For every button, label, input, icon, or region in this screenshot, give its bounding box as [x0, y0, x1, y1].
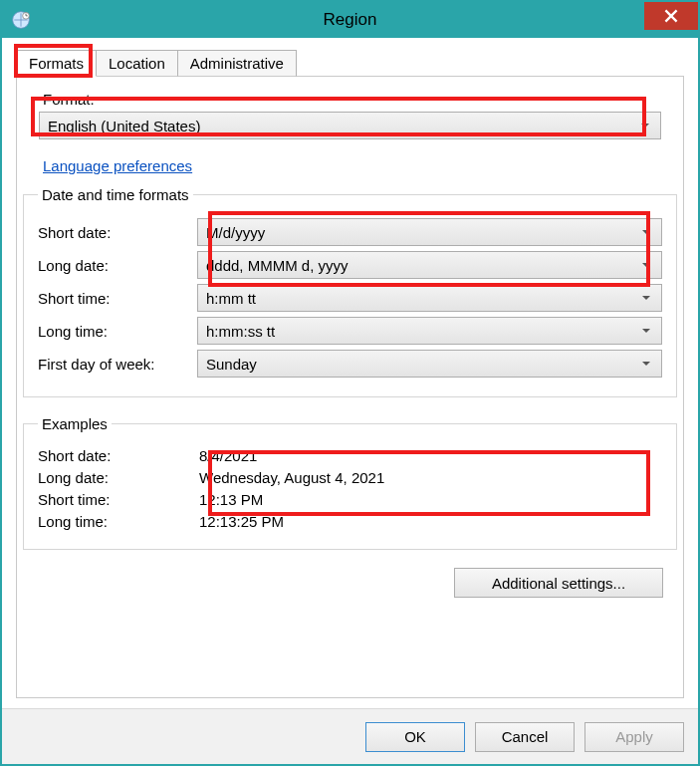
ex-long-time-value: 12:13:25 PM [197, 513, 662, 530]
long-date-value: dddd, MMMM d, yyyy [206, 257, 639, 274]
apply-button[interactable]: Apply [584, 722, 684, 752]
tabstrip: Formats Location Administrative [2, 38, 698, 77]
long-time-label: Long time: [38, 323, 197, 340]
tab-administrative[interactable]: Administrative [177, 50, 297, 77]
tab-location[interactable]: Location [96, 50, 178, 77]
short-date-value: M/d/yyyy [206, 224, 639, 241]
ex-long-date-label: Long date: [38, 469, 197, 486]
first-day-value: Sunday [206, 356, 639, 373]
first-day-dropdown[interactable]: Sunday [197, 350, 662, 378]
long-date-dropdown[interactable]: dddd, MMMM d, yyyy [197, 251, 662, 279]
long-time-dropdown[interactable]: h:mm:ss tt [197, 317, 662, 345]
chevron-down-icon [639, 293, 653, 303]
format-value: English (United States) [48, 118, 638, 134]
ok-button[interactable]: OK [365, 722, 465, 752]
tab-formats[interactable]: Formats [16, 50, 97, 77]
window-title: Region [2, 10, 698, 30]
long-time-value: h:mm:ss tt [206, 323, 639, 340]
titlebar: Region [2, 2, 698, 38]
chevron-down-icon [638, 121, 652, 130]
format-label: Format: [43, 91, 661, 108]
language-preferences-link[interactable]: Language preferences [43, 157, 192, 174]
date-time-formats-group: Date and time formats Short date: M/d/yy… [23, 186, 677, 397]
chevron-down-icon [639, 326, 653, 336]
examples-group: Examples Short date: 8/4/2021 Long date:… [23, 415, 677, 550]
additional-settings-button[interactable]: Additional settings... [454, 568, 663, 598]
long-date-label: Long date: [38, 257, 197, 274]
region-dialog: Region Formats Location Administrative F… [0, 0, 700, 766]
chevron-down-icon [639, 260, 653, 270]
ex-short-date-value: 8/4/2021 [197, 447, 662, 464]
date-time-formats-legend: Date and time formats [38, 186, 193, 203]
ex-short-time-value: 12:13 PM [197, 491, 662, 508]
chevron-down-icon [639, 359, 653, 369]
cancel-button[interactable]: Cancel [475, 722, 575, 752]
dialog-footer: OK Cancel Apply [2, 708, 698, 764]
short-time-label: Short time: [38, 290, 197, 307]
first-day-label: First day of week: [38, 356, 197, 373]
ex-long-date-value: Wednesday, August 4, 2021 [197, 469, 662, 486]
short-time-value: h:mm tt [206, 290, 639, 307]
close-icon [664, 9, 678, 23]
tab-body: Format: English (United States) Language… [16, 77, 684, 698]
examples-legend: Examples [38, 415, 112, 432]
format-dropdown[interactable]: English (United States) [39, 112, 661, 139]
ex-long-time-label: Long time: [38, 513, 197, 530]
chevron-down-icon [639, 227, 653, 237]
short-date-dropdown[interactable]: M/d/yyyy [197, 218, 662, 246]
short-date-label: Short date: [38, 224, 197, 241]
close-button[interactable] [644, 2, 698, 30]
ex-short-time-label: Short time: [38, 491, 197, 508]
ex-short-date-label: Short date: [38, 447, 197, 464]
window-icon [10, 9, 32, 31]
short-time-dropdown[interactable]: h:mm tt [197, 284, 662, 312]
